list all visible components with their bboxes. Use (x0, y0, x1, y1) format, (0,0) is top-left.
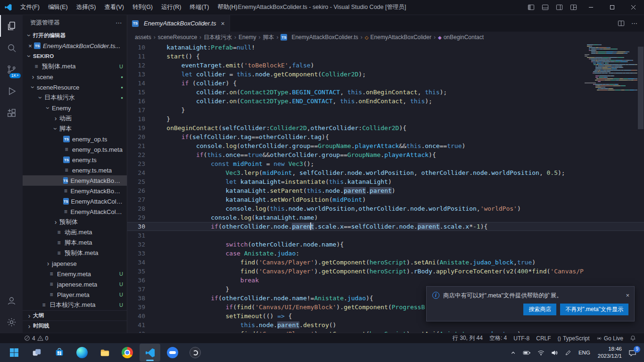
menubar-item[interactable]: 编辑(E) (44, 0, 72, 15)
code-text[interactable]: switch(otherCollider.node.name){ (152, 240, 644, 249)
line-number[interactable]: 24 (127, 168, 152, 177)
code-text[interactable]: if(otherCollider.node.parent.scale.x==se… (152, 222, 644, 231)
breadcrumb-item[interactable]: 日本核污水 (204, 33, 232, 41)
line-number[interactable]: 29 (127, 213, 152, 222)
breadcrumb-item[interactable]: 脚本 (263, 33, 274, 41)
indentation[interactable]: 空格: 4 (486, 333, 510, 343)
edge-icon[interactable] (72, 344, 92, 362)
tree-item[interactable]: ≡EnemyAttackBoxColider... (23, 186, 127, 196)
tree-item[interactable]: ≡Enemy.metaU (23, 269, 127, 279)
tree-item[interactable]: ›脚本 (23, 123, 127, 134)
menubar-item[interactable]: 终端(T) (185, 0, 213, 15)
code-text[interactable]: let katanaLight=instantiate(this.katanaL… (152, 177, 644, 186)
tree-item[interactable]: ≡脚本.meta (23, 238, 127, 248)
code-text[interactable]: this.node.parent.destroy() (152, 321, 644, 329)
outline-section[interactable]: › 大纲 (23, 310, 127, 321)
notification-center[interactable]: 9 (626, 349, 641, 356)
code-text[interactable]: console.log(otherCollider.group==GroupNa… (152, 141, 644, 150)
volume-icon[interactable] (548, 350, 561, 356)
code-text[interactable]: if(this.once==true&&otherCollider.group=… (152, 150, 644, 159)
code-line[interactable]: 19 onBeginContact(selfCollider:Collider2… (127, 123, 644, 132)
open-editor-item[interactable]: × TS EnemyAttackBoxColider.ts... (23, 41, 127, 51)
line-number[interactable]: 23 (127, 159, 152, 168)
timeline-section[interactable]: › 时间线 (23, 321, 127, 331)
code-text[interactable]: if (collider) { (152, 79, 644, 88)
code-line[interactable]: 14 if (collider) { (127, 79, 644, 88)
close-tab-icon[interactable]: × (221, 20, 224, 27)
code-line[interactable]: 30 if(otherCollider.node.parent.scale.x=… (127, 222, 644, 231)
account-icon[interactable] (0, 289, 23, 311)
more-actions-icon[interactable]: ⋯ (631, 20, 637, 27)
line-number[interactable]: 17 (127, 106, 152, 115)
tree-item[interactable]: ›Enemy (23, 103, 127, 113)
code-text[interactable]: } (152, 115, 644, 123)
code-line[interactable]: 11 start() { (127, 52, 644, 61)
minimize-button[interactable] (580, 0, 602, 15)
code-line[interactable]: 24 Vec3.lerp(midPoint, selfCollider.node… (127, 168, 644, 177)
toggle-panel-icon[interactable] (538, 0, 552, 15)
open-editors-section[interactable]: › 打开的编辑器 (23, 30, 127, 41)
code-text[interactable]: case Anistate.judao: (152, 249, 644, 258)
tree-item[interactable]: TSenemy.ts (23, 155, 127, 165)
breadcrumb-item[interactable]: sceneResource (158, 34, 197, 41)
minimap[interactable] (585, 44, 637, 91)
line-number[interactable]: 15 (127, 88, 152, 97)
code-line[interactable]: 20 if(selfCollider.tag==otherCollider.ta… (127, 132, 644, 141)
tab-enemyattackboxcolider[interactable]: TS EnemyAttackBoxColider.ts × (127, 15, 230, 32)
settings-gear-icon[interactable] (0, 311, 23, 333)
line-number[interactable]: 30 (127, 222, 152, 231)
maximize-button[interactable] (602, 0, 623, 15)
code-line[interactable]: 13 let collider = this.node.getComponent… (127, 70, 644, 79)
code-line[interactable]: 22 if(this.once==true&&otherCollider.gro… (127, 150, 644, 159)
tree-item[interactable]: TSEnemyAttackBoxColider... (23, 175, 127, 186)
tree-item[interactable]: ›scene● (23, 72, 127, 82)
clock[interactable]: 18:46 2023/12/1 (594, 346, 626, 360)
tree-item[interactable]: ›日本核污水● (23, 92, 127, 103)
tree-item[interactable]: ≡预制体.metaU (23, 61, 127, 72)
line-number[interactable]: 20 (127, 132, 152, 141)
code-line[interactable]: 42 find('Canvas/Player').getComponent(he… (127, 329, 644, 333)
tree-item[interactable]: TSenemy_op.ts (23, 134, 127, 144)
breadcrumb-item[interactable]: ◆onBeginContact (438, 34, 484, 41)
line-number[interactable]: 22 (127, 150, 152, 159)
code-line[interactable]: 23 const midPoint = new Vec3(); (127, 159, 644, 168)
line-number[interactable]: 38 (127, 294, 152, 303)
task-view-button[interactable] (26, 344, 47, 362)
tree-item[interactable]: TSEnemyAttackCollider.ts (23, 196, 127, 206)
app-icon-dark[interactable] (185, 344, 206, 362)
code-text[interactable]: katanaLight:Prefab=null! (152, 43, 644, 52)
encoding[interactable]: UTF-8 (510, 333, 533, 343)
pen-icon[interactable] (561, 350, 575, 356)
line-number[interactable]: 19 (127, 123, 152, 132)
language-mode[interactable]: {}TypeScript (554, 333, 593, 343)
line-number[interactable]: 28 (127, 204, 152, 213)
code-text[interactable]: katanaLight.setParent(this.node.parent.p… (152, 186, 644, 195)
code-text[interactable]: let collider = this.node.getComponent(Co… (152, 70, 644, 79)
line-number[interactable]: 42 (127, 329, 152, 333)
line-number[interactable]: 36 (127, 276, 152, 285)
code-line[interactable]: 25 let katanaLight=instantiate(this.kata… (127, 177, 644, 186)
code-text[interactable]: katanaLight.setWorldPosition(midPoint) (152, 195, 644, 204)
tree-item[interactable]: ›动画 (23, 113, 127, 123)
split-editor-icon[interactable] (618, 20, 625, 27)
run-debug-icon[interactable] (0, 80, 23, 102)
notifications-bell-icon[interactable] (627, 333, 639, 343)
line-number[interactable]: 33 (127, 249, 152, 258)
file-explorer-icon[interactable] (94, 344, 115, 362)
breadcrumb-item[interactable]: TSEnemyAttackBoxColider.ts (281, 34, 358, 41)
menubar-item[interactable]: 查看(V) (100, 0, 128, 15)
close-editor-icon[interactable]: × (26, 42, 34, 49)
line-number[interactable]: 37 (127, 285, 152, 294)
menubar-item[interactable]: 运行(R) (157, 0, 185, 15)
hidden-icons-chevron[interactable] (507, 350, 520, 356)
code-line[interactable]: 31 (127, 231, 644, 240)
code-text[interactable]: collider.on(Contact2DType.BEGIN_CONTACT,… (152, 88, 644, 97)
tree-item[interactable]: ›japenese (23, 258, 127, 269)
code-line[interactable]: 28 console.log(this.node.worldPosition,o… (127, 204, 644, 213)
breadcrumb-item[interactable]: assets (135, 34, 151, 41)
menubar-item[interactable]: 转到(G) (128, 0, 157, 15)
breadcrumb-item[interactable]: Enemy (239, 34, 256, 41)
code-text[interactable]: console.log(katanaLight.name) (152, 213, 644, 222)
line-number[interactable]: 32 (127, 240, 152, 249)
line-number[interactable]: 12 (127, 61, 152, 70)
